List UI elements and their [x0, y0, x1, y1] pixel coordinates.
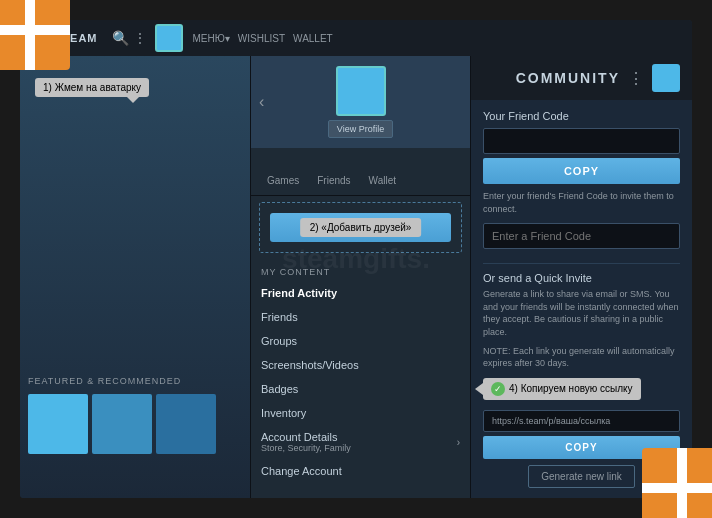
profile-avatar[interactable]	[336, 66, 386, 116]
featured-card-1[interactable]	[28, 394, 88, 454]
friend-code-help: Enter your friend's Friend Code to invit…	[483, 190, 680, 215]
nav-wishlist[interactable]: WISHLIST	[238, 33, 285, 44]
featured-label: FEATURED & RECOMMENDED	[20, 372, 250, 390]
search-icon[interactable]: 🔍	[112, 30, 129, 46]
left-panel: 1) Жмем на аватарку FEATURED & RECOMMEND…	[20, 56, 250, 498]
my-content-label: MY CONTENT	[251, 259, 470, 281]
menu-item-badges[interactable]: Badges	[251, 377, 470, 401]
menu-item-change-account[interactable]: Change Account	[251, 459, 470, 483]
quick-invite-title: Or send a Quick Invite	[483, 272, 680, 284]
quick-invite-desc: Generate a link to share via email or SM…	[483, 288, 680, 338]
profile-header: ‹ View Profile	[251, 56, 470, 148]
check-icon: ✓	[491, 382, 505, 396]
friend-code-title: Your Friend Code	[483, 110, 680, 122]
tab-games[interactable]: Games	[259, 172, 307, 189]
menu-item-account[interactable]: Account Details Store, Security, Family …	[251, 425, 470, 459]
tooltip-2-container: 2) «Добавить друзей»	[251, 148, 470, 166]
tooltip3-container: 3) Создаем новую ссылку https://s.team/p…	[483, 410, 680, 432]
featured-card-2[interactable]	[92, 394, 152, 454]
copy-friend-code-button[interactable]: COPY	[483, 158, 680, 184]
chevron-right-icon: ›	[457, 437, 460, 448]
tooltip-2: 2) «Добавить друзей»	[300, 218, 422, 237]
nav-menu[interactable]: МЕНЮ▾	[193, 33, 230, 44]
community-more-icon[interactable]: ⋮	[628, 69, 644, 88]
top-bar: STEAM 🔍 ⋮ МЕНЮ▾ WISHLIST WALLET	[20, 20, 692, 56]
enter-friend-code-input[interactable]	[483, 223, 680, 249]
left-panel-bg: 1) Жмем на аватарку FEATURED & RECOMMEND…	[20, 56, 250, 498]
featured-cards	[20, 390, 250, 458]
menu-item-friend-activity[interactable]: Friend Activity	[251, 281, 470, 305]
middle-panel: ‹ View Profile 2) «Добавить друзей» Game…	[250, 56, 470, 498]
tooltip4-area: ✓ 4) Копируем новую ссылку	[483, 378, 680, 406]
right-content: Your Friend Code COPY Enter your friend'…	[471, 100, 692, 498]
menu-item-groups[interactable]: Groups	[251, 329, 470, 353]
view-profile-button[interactable]: View Profile	[328, 120, 393, 138]
profile-tabs: Games Friends Wallet	[251, 166, 470, 196]
content-area: 1) Жмем на аватарку FEATURED & RECOMMEND…	[20, 56, 692, 498]
main-container: STEAM 🔍 ⋮ МЕНЮ▾ WISHLIST WALLET 1) Жмем …	[20, 20, 692, 498]
generate-link-button[interactable]: Generate new link	[528, 465, 635, 488]
gift-decoration-left	[0, 0, 70, 70]
divider	[483, 263, 680, 264]
community-title: COMMUNITY	[516, 70, 620, 86]
nav-wallet[interactable]: WALLET	[293, 33, 333, 44]
nav-links: МЕНЮ▾ WISHLIST WALLET	[193, 33, 683, 44]
featured-card-3[interactable]	[156, 394, 216, 454]
right-panel: COMMUNITY ⋮ Your Friend Code COPY Enter …	[470, 56, 692, 498]
tooltip-1: 1) Жмем на аватарку	[35, 78, 149, 97]
back-arrow-icon[interactable]: ‹	[259, 93, 264, 111]
menu-item-inventory[interactable]: Inventory	[251, 401, 470, 425]
featured-section: FEATURED & RECOMMENDED	[20, 372, 250, 458]
tab-wallet[interactable]: Wallet	[361, 172, 404, 189]
menu-item-screenshots[interactable]: Screenshots/Videos	[251, 353, 470, 377]
community-avatar[interactable]	[652, 64, 680, 92]
more-icon[interactable]: ⋮	[133, 30, 147, 46]
avatar[interactable]	[155, 24, 183, 52]
menu-item-friends[interactable]: Friends	[251, 305, 470, 329]
friend-code-input[interactable]	[483, 128, 680, 154]
note-text: NOTE: Each link you generate will automa…	[483, 345, 680, 370]
gift-decoration-right	[642, 448, 712, 518]
community-header: COMMUNITY ⋮	[471, 56, 692, 100]
tab-friends[interactable]: Friends	[309, 172, 358, 189]
tooltip-4: ✓ 4) Копируем новую ссылку	[483, 378, 641, 400]
link-display: https://s.team/p/ваша/ссылка	[483, 410, 680, 432]
